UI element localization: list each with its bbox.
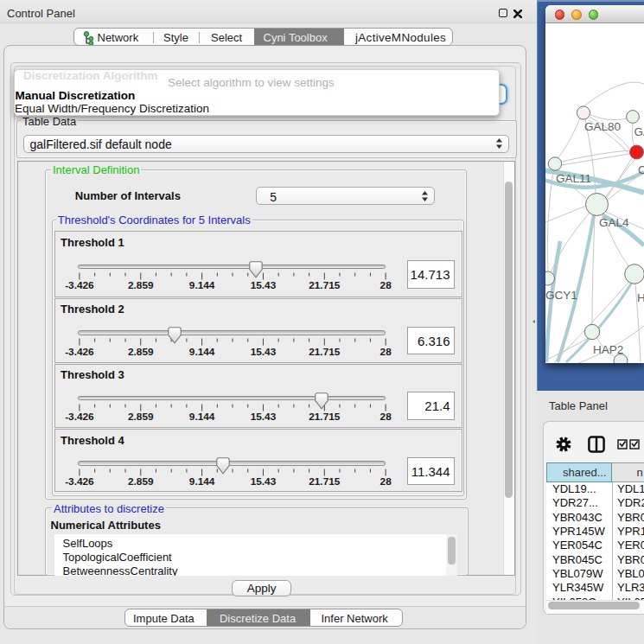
svg-text:C: C <box>638 163 644 176</box>
svg-text:H: H <box>637 291 644 304</box>
svg-text:GAL80: GAL80 <box>584 120 621 133</box>
svg-text:HAP2: HAP2 <box>593 343 623 356</box>
svg-text:GAL4: GAL4 <box>599 216 629 229</box>
svg-text:GAL11: GAL11 <box>556 172 591 185</box>
svg-text:GA: GA <box>634 125 644 138</box>
svg-text:GCY1: GCY1 <box>545 289 577 302</box>
